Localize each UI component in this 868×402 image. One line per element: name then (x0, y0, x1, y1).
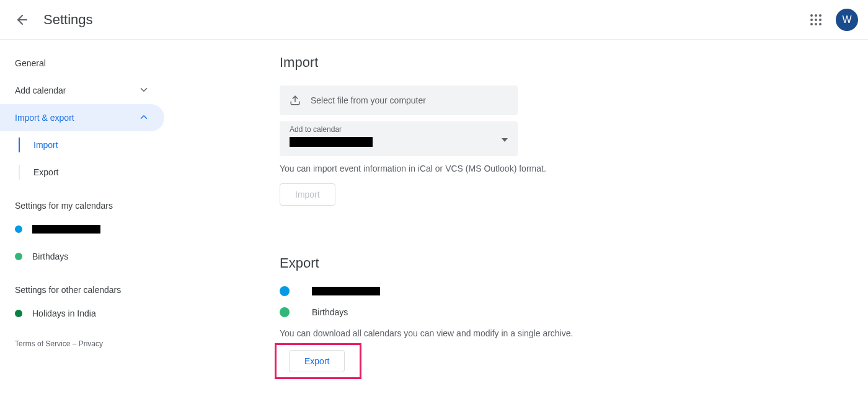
sidebar-item-add-calendar[interactable]: Add calendar (0, 77, 164, 104)
svg-point-8 (815, 23, 817, 25)
export-help-text: You can download all calendars you can v… (280, 328, 868, 338)
sidebar-item-general[interactable]: General (0, 50, 164, 77)
sidebar-item-import-export[interactable]: Import & export (0, 104, 164, 131)
sidebar-subitem-export[interactable]: Export (0, 159, 164, 186)
import-button[interactable]: Import (280, 183, 335, 206)
apps-launcher-button[interactable] (804, 7, 828, 32)
calendar-color-dot (280, 307, 290, 317)
svg-point-2 (815, 14, 817, 17)
sidebar-item-label: Import & export (15, 113, 74, 123)
avatar[interactable]: W (836, 9, 858, 31)
export-heading: Export (280, 255, 868, 271)
content: General Add calendar Import & export Imp… (0, 40, 868, 394)
redacted-calendar-value (290, 137, 373, 147)
select-file-label: Select file from your computer (311, 95, 426, 105)
arrow-left-icon (15, 12, 30, 27)
sidebar-heading-other-calendars: Settings for other calendars (0, 270, 164, 300)
back-button[interactable] (10, 7, 35, 32)
calendar-item-birthdays[interactable]: Birthdays (0, 243, 164, 270)
svg-point-4 (810, 19, 813, 21)
svg-point-5 (815, 19, 817, 21)
sidebar-subitem-label: Import (33, 140, 58, 150)
calendar-item-label: Birthdays (32, 251, 68, 261)
redacted-calendar-name (312, 287, 380, 295)
import-section: Import Select file from your computer Ad… (280, 55, 868, 206)
terms-link[interactable]: Terms of Service (15, 339, 70, 348)
apps-grid-icon (810, 14, 822, 25)
page-title: Settings (43, 12, 93, 28)
calendar-item-holidays[interactable]: Holidays in India (0, 300, 164, 327)
svg-point-1 (810, 14, 813, 17)
sidebar-heading-my-calendars: Settings for my calendars (0, 186, 164, 216)
export-calendar-row-birthdays: Birthdays (280, 307, 868, 317)
export-section: Export Birthdays You can download all ca… (280, 255, 868, 379)
sidebar-item-label: Add calendar (15, 85, 66, 95)
export-calendar-row-primary (280, 286, 868, 296)
header: Settings W (0, 0, 868, 40)
dropdown-label: Add to calendar (290, 125, 342, 134)
sidebar-subitem-label: Export (33, 167, 58, 177)
svg-point-3 (819, 14, 822, 17)
calendar-item-label: Holidays in India (32, 308, 96, 318)
dropdown-arrow-icon (502, 134, 508, 144)
header-right: W (804, 7, 858, 32)
main: Import Select file from your computer Ad… (164, 40, 868, 394)
import-help-text: You can import event information in iCal… (280, 164, 868, 173)
sidebar-subitem-import[interactable]: Import (0, 131, 164, 159)
add-to-calendar-dropdown[interactable]: Add to calendar (280, 121, 518, 156)
select-file-button[interactable]: Select file from your computer (280, 85, 518, 115)
calendar-color-dot (15, 253, 22, 260)
calendar-color-dot (280, 286, 290, 296)
privacy-link[interactable]: Privacy (79, 339, 103, 348)
footer-separator: – (70, 339, 78, 348)
svg-point-7 (810, 23, 813, 25)
calendar-item-primary[interactable] (0, 216, 164, 243)
export-highlight-annotation: Export (275, 343, 361, 379)
calendar-color-dot (15, 310, 22, 317)
footer-links: Terms of Service – Privacy (0, 327, 164, 360)
export-calendar-label: Birthdays (312, 307, 348, 317)
sidebar: General Add calendar Import & export Imp… (0, 40, 164, 394)
chevron-up-icon (138, 111, 149, 125)
import-heading: Import (280, 55, 868, 71)
dropdown-value (290, 137, 373, 149)
sidebar-item-label: General (15, 58, 46, 68)
redacted-calendar-name (32, 225, 100, 234)
chevron-down-icon (138, 84, 149, 97)
upload-icon (290, 95, 301, 106)
svg-point-6 (819, 19, 822, 21)
export-button[interactable]: Export (289, 350, 345, 372)
svg-point-9 (819, 23, 822, 25)
calendar-color-dot (15, 225, 22, 233)
